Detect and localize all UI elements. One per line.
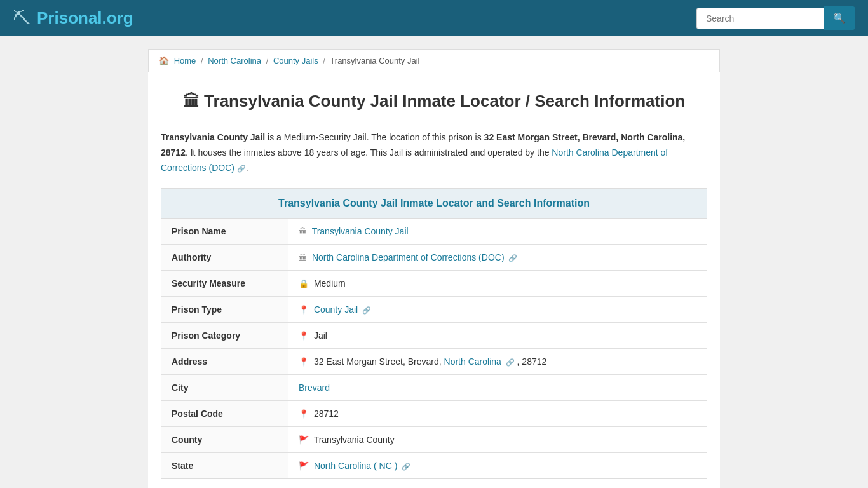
main-content: 🏠 Home / North Carolina / County Jails /… — [148, 49, 720, 488]
value-address: 📍 32 East Morgan Street, Brevard, North … — [288, 349, 707, 375]
table-row: Prison Category 📍 Jail — [161, 323, 707, 349]
breadcrumb: 🏠 Home / North Carolina / County Jails /… — [148, 49, 720, 72]
label-authority: Authority — [161, 245, 288, 271]
prison-type-link[interactable]: County Jail — [314, 304, 358, 315]
security-value: Medium — [314, 278, 346, 288]
city-link[interactable]: Brevard — [299, 383, 330, 393]
category-value: Jail — [314, 330, 327, 341]
table-row: Prison Type 📍 County Jail 🔗 — [161, 297, 707, 323]
value-postal: 📍 28712 — [288, 401, 707, 427]
breadcrumb-current: Transylvania County Jail — [330, 56, 419, 65]
postal-icon: 📍 — [299, 409, 309, 419]
info-section-header: Transylvania County Jail Inmate Locator … — [161, 189, 707, 219]
logo-domain: .org — [102, 8, 133, 27]
table-row: State 🚩 North Carolina ( NC ) 🔗 — [161, 453, 707, 479]
security-icon: 🔒 — [299, 279, 309, 288]
category-icon: 📍 — [299, 331, 309, 341]
site-header: ⛏ Prisonal.org 🔍 — [0, 0, 868, 36]
table-row: Address 📍 32 East Morgan Street, Brevard… — [161, 349, 707, 375]
prison-name-bold: Transylvania County Jail — [161, 132, 265, 142]
value-state: 🚩 North Carolina ( NC ) 🔗 — [288, 453, 707, 479]
label-prison-type: Prison Type — [161, 297, 288, 323]
page-title-text: Transylvania County Jail Inmate Locator … — [204, 92, 685, 111]
postal-value: 28712 — [314, 409, 339, 419]
address-state-link[interactable]: North Carolina — [444, 356, 501, 367]
address-prefix: 32 East Morgan Street, Brevard, — [314, 356, 444, 367]
label-city: City — [161, 375, 288, 401]
table-row: Postal Code 📍 28712 — [161, 401, 707, 427]
page-title-section: 🏛 Transylvania County Jail Inmate Locato… — [148, 85, 720, 124]
logo-area: ⛏ Prisonal.org — [13, 8, 133, 29]
anchor-icon: 🔗 — [362, 306, 371, 314]
value-prison-type: 📍 County Jail 🔗 — [288, 297, 707, 323]
table-row: Prison Name 🏛 Transylvania County Jail — [161, 219, 707, 245]
label-security: Security Measure — [161, 271, 288, 297]
address-anchor-icon: 🔗 — [506, 358, 515, 366]
label-prison-category: Prison Category — [161, 323, 288, 349]
table-row: Authority 🏛 North Carolina Department of… — [161, 245, 707, 271]
external-icon: 🔗 — [508, 254, 517, 262]
value-city: Brevard — [288, 375, 707, 401]
table-row: City Brevard — [161, 375, 707, 401]
value-authority: 🏛 North Carolina Department of Correctio… — [288, 245, 707, 271]
info-section: Transylvania County Jail Inmate Locator … — [161, 188, 707, 479]
value-security: 🔒 Medium — [288, 271, 707, 297]
search-input[interactable] — [696, 8, 824, 29]
breadcrumb-section[interactable]: County Jails — [273, 56, 318, 65]
table-row: County 🚩 Transylvania County — [161, 427, 707, 453]
table-row: Security Measure 🔒 Medium — [161, 271, 707, 297]
desc-part4: . — [246, 163, 248, 173]
info-table: Prison Name 🏛 Transylvania County Jail A… — [161, 219, 707, 478]
value-prison-category: 📍 Jail — [288, 323, 707, 349]
logo-name: Prisonal — [37, 8, 102, 27]
address-icon: 📍 — [299, 357, 309, 367]
external-link-icon: 🔗 — [237, 165, 246, 172]
breadcrumb-home[interactable]: Home — [174, 56, 196, 65]
county-value: Transylvania County — [314, 435, 395, 445]
authority-icon: 🏛 — [299, 253, 307, 262]
value-county: 🚩 Transylvania County — [288, 427, 707, 453]
page-title: 🏛 Transylvania County Jail Inmate Locato… — [161, 92, 707, 111]
county-icon: 🚩 — [299, 435, 309, 445]
address-suffix: , 28712 — [517, 356, 547, 367]
search-button[interactable]: 🔍 — [824, 6, 855, 30]
label-postal: Postal Code — [161, 401, 288, 427]
label-prison-name: Prison Name — [161, 219, 288, 245]
label-state: State — [161, 453, 288, 479]
home-icon: 🏠 — [159, 56, 169, 65]
desc-part2: is a Medium-Security Jail. The location … — [265, 132, 484, 142]
value-prison-name: 🏛 Transylvania County Jail — [288, 219, 707, 245]
desc-part3: . It houses the inmates above 18 years o… — [186, 147, 552, 158]
type-icon: 📍 — [299, 305, 309, 315]
label-county: County — [161, 427, 288, 453]
logo-icon: ⛏ — [13, 8, 31, 29]
state-link[interactable]: North Carolina ( NC ) — [314, 461, 397, 471]
prison-icon: 🏛 — [299, 227, 307, 236]
state-icon: 🚩 — [299, 461, 309, 471]
prison-name-link[interactable]: Transylvania County Jail — [312, 226, 409, 236]
authority-link[interactable]: North Carolina Department of Corrections… — [312, 252, 505, 262]
state-anchor-icon: 🔗 — [402, 463, 410, 470]
label-address: Address — [161, 349, 288, 375]
description: Transylvania County Jail is a Medium-Sec… — [148, 124, 720, 188]
search-area: 🔍 — [696, 6, 855, 30]
page-title-icon: 🏛 — [183, 92, 200, 111]
logo-text: Prisonal.org — [37, 8, 133, 28]
breadcrumb-state[interactable]: North Carolina — [208, 56, 261, 65]
